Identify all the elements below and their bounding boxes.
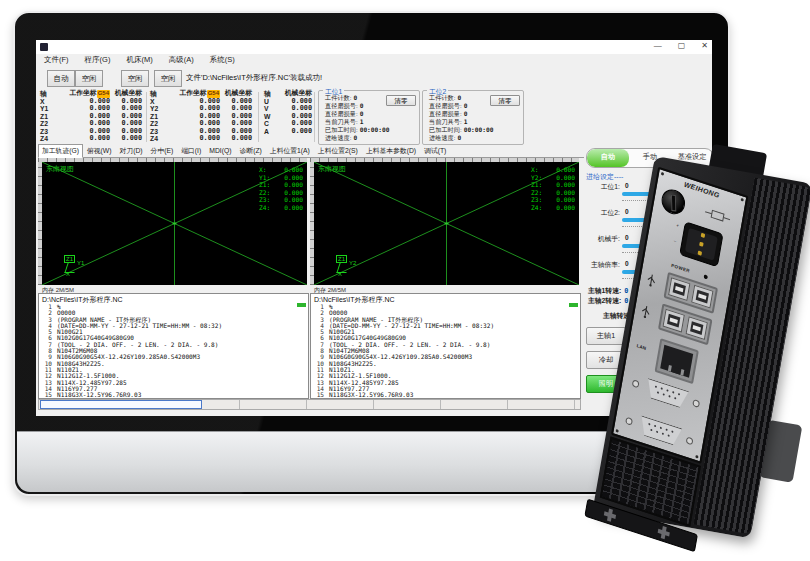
status-message: 文件'D:\NcFiles\IT外形程序.NC'装载成功! — [186, 73, 322, 83]
station-field: 工件计数:0 — [429, 94, 521, 102]
coord-row: A0.000 — [264, 128, 312, 136]
tab[interactable]: MDI(Q) — [205, 145, 235, 156]
tab[interactable]: 诊断(Z) — [236, 144, 266, 158]
usb-port — [668, 277, 690, 301]
slider-value: 0 — [625, 260, 629, 267]
menu-bar: 文件(F)程序(G)机床(M)高级(A)系统(S) — [36, 54, 712, 67]
tab[interactable]: 上料位置2(S) — [314, 144, 362, 158]
axis-readout: X:0.000Y1:0.000Z1:0.000Z2:0.000Z3:0.000Z… — [259, 166, 303, 212]
fuse-knob — [660, 186, 687, 217]
scene: —▢✕ 文件(F)程序(G)机床(M)高级(A)系统(S) 自动空闲空闲空闲 文… — [0, 0, 810, 561]
trajectory-view-2: 东南视图 X:0.000Y2:0.000Z1:0.000Z2:0.000Z3:0… — [310, 158, 579, 285]
polarity-mark: + — [676, 223, 680, 229]
axis-header: 轴 — [264, 90, 282, 98]
db9-shell — [643, 377, 690, 410]
horizontal-scrollbar[interactable] — [38, 399, 581, 410]
maximize-button[interactable]: ▢ — [678, 41, 686, 50]
power-led — [704, 274, 709, 279]
tab[interactable]: 俯视(W) — [83, 144, 116, 158]
tab-bar: 加工轨迹(G)俯视(W)对刀(D)分中(E)端口(I)MDI(Q)诊断(Z)上料… — [38, 144, 584, 158]
toolbar-button[interactable]: 空闲 — [121, 70, 149, 87]
station-field: 进给速度:0 — [429, 134, 521, 142]
toolbar-button[interactable]: 空闲 — [75, 70, 103, 87]
coord-group-3: 轴 机械坐标 U0.000 V0.000 W0.000 C0.000 A0.00… — [264, 90, 312, 144]
screw-icon — [625, 417, 633, 426]
tab[interactable]: 分中(E) — [147, 144, 178, 158]
nc-program-panel-1[interactable]: D:\NcFiles\IT外形程序.NC %O0000(PROGRAM NAME… — [38, 293, 309, 399]
nc-code-lines: %O0000(PROGRAM NAME - IT外形程序)(DATE=DD-MM… — [42, 304, 296, 398]
mounting-hole — [657, 525, 671, 541]
trajectory-canvas[interactable]: 东南视图 X:0.000Y2:0.000Z1:0.000Z2:0.000Z3:0… — [314, 162, 579, 285]
power-label: POWER — [671, 263, 690, 274]
toolbar: 自动空闲空闲空闲 文件'D:\NcFiles\IT外形程序.NC'装载成功! — [36, 67, 712, 90]
coord-group-1: 轴 工作坐标G54 机械坐标 X0.0000.000 Y10.0000.000 … — [40, 90, 142, 144]
mode-button[interactable]: 自动 — [587, 149, 629, 167]
tab[interactable]: 调试(T) — [420, 144, 450, 158]
station-field: 当前刀具号:1 — [325, 118, 417, 126]
divider — [146, 92, 147, 142]
divider — [314, 92, 315, 142]
tab[interactable]: 端口(I) — [177, 144, 205, 158]
station-panel-2: 工位2 清零 工件计数:0 直径磨损号:0 直径磨损量:0 当前刀具号:1 已加… — [422, 90, 524, 145]
minimize-button[interactable]: — — [654, 41, 662, 50]
station-field: 直径磨损量:0 — [325, 110, 417, 118]
menu-item[interactable]: 高级(A) — [161, 54, 202, 66]
menu-item[interactable]: 程序(G) — [77, 54, 119, 66]
usb-icon — [639, 304, 653, 321]
close-button[interactable]: ✕ — [701, 41, 708, 50]
tab[interactable]: 加工轨迹(G) — [38, 144, 83, 158]
tab[interactable]: 对刀(D) — [116, 144, 147, 158]
view-name: 东南视图 — [318, 164, 346, 174]
nc-program-panel-2[interactable]: D:\NcFiles\IT外形程序.NC %O0000(PROGRAM NAME… — [310, 293, 581, 399]
title-bar: —▢✕ — [36, 40, 712, 55]
mounting-hole — [603, 507, 617, 523]
progress-marker — [297, 303, 306, 307]
fuse-icon — [704, 207, 731, 224]
trajectory-canvas[interactable]: 东南视图 X:0.000Y1:0.000Z1:0.000Z2:0.000Z3:0… — [42, 162, 307, 285]
output-button[interactable]: 主轴1 — [586, 327, 626, 345]
menu-item[interactable]: 系统(S) — [202, 54, 243, 66]
power-inlet — [679, 221, 723, 267]
station-field: 进给速度:0 — [325, 134, 417, 142]
coord-group-2: 轴 工作坐标G54 机械坐标 X0.0000.000 Y20.0000.000 … — [150, 90, 252, 144]
db9-pins — [648, 423, 650, 426]
nc-code-lines: %O0000(PROGRAM NAME - IT外形程序)(DATE=DD-MM… — [314, 304, 568, 398]
trajectory-view-1: 东南视图 X:0.000Y1:0.000Z1:0.000Z2:0.000Z3:0… — [38, 158, 307, 285]
menu-item[interactable]: 文件(F) — [36, 54, 77, 66]
polarity-mark: − — [673, 238, 677, 244]
station-field: 当前刀具号:1 — [429, 118, 521, 126]
scrollbar-thumb[interactable] — [40, 400, 202, 409]
feed-settings-title: 进给设定---- — [586, 172, 623, 182]
station-field: 直径磨损量:0 — [429, 110, 521, 118]
station-field: 直径磨损号:0 — [429, 102, 521, 110]
usb-port — [686, 316, 708, 340]
tab[interactable]: 上料位置1(A) — [266, 144, 314, 158]
station-field: 已加工时间:00:00:00 — [429, 126, 521, 134]
coord-row: Z40.0000.000 — [150, 135, 252, 143]
slider-label: 主轴倍率: — [584, 260, 620, 270]
lan-label: LAN — [636, 343, 646, 351]
view-name: 东南视图 — [46, 164, 74, 174]
slider-value: 0 — [625, 208, 629, 215]
screw-icon — [695, 455, 698, 459]
toolbar-button[interactable]: 空闲 — [154, 70, 182, 87]
station-field: 工件计数:0 — [325, 94, 417, 102]
coord-row: Z40.0000.000 — [40, 135, 142, 143]
progress-marker — [569, 303, 578, 307]
axis-readout: X:0.000Y2:0.000Z1:0.000Z2:0.000Z3:0.000Z… — [531, 166, 575, 212]
spindle-speeds: 主轴1转速:0主轴2转速:0 — [588, 286, 628, 306]
axis-header: 轴 — [150, 90, 168, 98]
menu-item[interactable]: 机床(M) — [118, 54, 160, 66]
app-icon — [40, 43, 48, 51]
screw-icon — [632, 379, 640, 388]
station-field: 直径磨损号:0 — [325, 102, 417, 110]
db9-shell — [637, 415, 684, 448]
toolbar-button[interactable]: 自动 — [47, 70, 75, 87]
slider-value: 0 — [625, 182, 629, 189]
usb-port — [691, 285, 713, 309]
screw-icon — [686, 436, 694, 445]
usb-icon — [644, 272, 658, 289]
screw-icon — [615, 429, 618, 433]
axis-triad: Z1 Y1 X — [64, 255, 88, 277]
tab[interactable]: 上料基本参数(D) — [362, 144, 420, 158]
